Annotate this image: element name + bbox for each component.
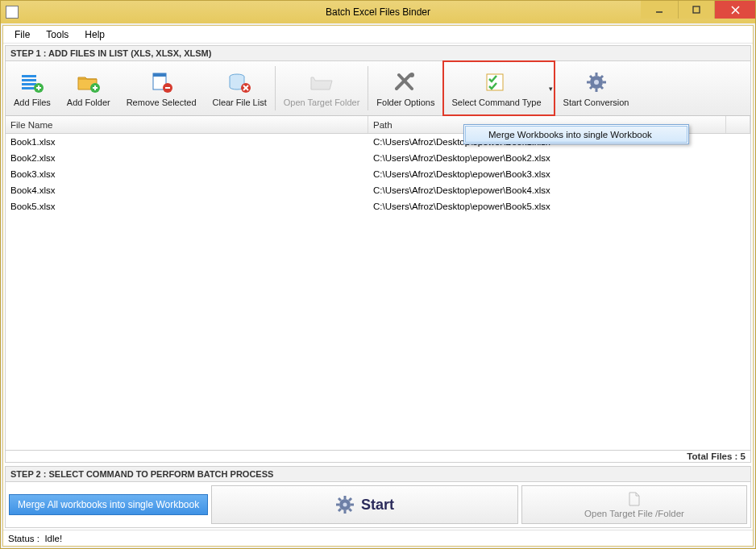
checklist-icon <box>483 70 510 94</box>
titlebar: Batch Excel Files Binder <box>1 1 755 23</box>
svg-rect-1 <box>693 6 700 13</box>
add-folder-button[interactable]: Add Folder <box>59 61 118 115</box>
minimize-icon <box>655 6 663 14</box>
window-controls <box>641 1 755 19</box>
folder-add-icon <box>75 70 102 94</box>
svg-rect-4 <box>22 75 36 77</box>
svg-point-35 <box>594 80 599 85</box>
status-value: Idle! <box>44 534 62 543</box>
cell-path: C:\Users\Afroz\Desktop\epower\Book2.xlsx <box>368 153 750 163</box>
total-files-label: Total Files : 5 <box>6 450 750 462</box>
client-area: File Tools Help STEP 1 : ADD FILES IN LI… <box>2 25 754 547</box>
start-button-label: Start <box>361 497 394 514</box>
svg-line-42 <box>349 509 351 511</box>
minimize-button[interactable] <box>641 1 678 19</box>
cell-filename: Book2.xlsx <box>6 153 368 163</box>
document-icon <box>626 491 642 507</box>
open-target-file-folder-label: Open Target File /Folder <box>584 509 684 518</box>
open-target-folder-button[interactable]: Open Target Folder <box>276 61 368 115</box>
svg-rect-15 <box>153 73 166 77</box>
svg-line-34 <box>590 86 592 89</box>
remove-selected-button[interactable]: Remove Selected <box>118 61 205 115</box>
close-button[interactable] <box>715 1 755 19</box>
add-files-button[interactable]: Add Files <box>6 61 59 115</box>
svg-point-24 <box>409 73 414 77</box>
start-button[interactable]: Start <box>211 485 518 524</box>
table-row[interactable]: Book2.xlsx C:\Users\Afroz\Desktop\epower… <box>6 150 750 166</box>
database-clear-icon <box>226 70 253 94</box>
table-row[interactable]: Book3.xlsx C:\Users\Afroz\Desktop\epower… <box>6 166 750 182</box>
svg-line-44 <box>339 509 341 511</box>
svg-point-45 <box>343 503 347 507</box>
folder-options-label: Folder Options <box>376 98 434 107</box>
app-window: Batch Excel Files Binder File Tools Help… <box>0 0 756 549</box>
file-remove-icon <box>147 70 175 94</box>
cell-filename: Book5.xlsx <box>6 202 368 211</box>
cell-path: C:\Users\Afroz\Desktop\epower\Book3.xlsx <box>368 169 750 179</box>
grid-body: Book1.xlsx C:\Users\Afroz\Desktop\epower… <box>6 134 750 214</box>
dropdown-arrow-icon: ▾ <box>549 85 553 93</box>
gear-icon <box>335 495 355 514</box>
svg-rect-6 <box>22 83 36 85</box>
menu-help[interactable]: Help <box>78 27 111 42</box>
dropdown-item-merge-workbooks[interactable]: Merge Workbooks into single Workbook <box>465 126 687 143</box>
cell-filename: Book3.xlsx <box>6 169 368 179</box>
open-target-folder-label: Open Target Folder <box>284 98 360 107</box>
add-files-label: Add Files <box>14 98 51 107</box>
step2-body: Merge All workbooks into single Workbook… <box>6 482 750 527</box>
menubar: File Tools Help <box>3 26 753 44</box>
step2-group: STEP 2 : SELECT COMMAND TO PERFORM BATCH… <box>5 466 751 528</box>
folder-open-icon <box>308 70 335 94</box>
statusbar: Status : Idle! <box>3 530 753 546</box>
open-target-file-folder-button[interactable]: Open Target File /Folder <box>521 485 747 524</box>
clear-file-list-button[interactable]: Clear File List <box>205 61 275 115</box>
cell-filename: Book1.xlsx <box>6 137 368 147</box>
command-type-dropdown: Merge Workbooks into single Workbook <box>463 124 689 144</box>
add-folder-label: Add Folder <box>67 98 110 107</box>
remove-selected-label: Remove Selected <box>127 98 197 107</box>
step1-group: STEP 1 : ADD FILES IN LIST (XLS, XLSX, X… <box>5 45 751 463</box>
toolbar: Add Files Add Folder <box>6 61 750 116</box>
close-icon <box>731 6 740 15</box>
file-add-icon <box>19 70 46 94</box>
select-command-type-label: Select Command Type <box>451 98 541 107</box>
status-label: Status : <box>8 534 39 543</box>
clear-file-list-label: Clear File List <box>213 98 267 107</box>
selected-command-label[interactable]: Merge All workbooks into single Workbook <box>9 494 208 515</box>
maximize-button[interactable] <box>678 1 715 19</box>
col-header-filename[interactable]: File Name <box>6 116 368 133</box>
svg-line-31 <box>590 76 592 78</box>
svg-line-33 <box>600 76 603 78</box>
menu-file[interactable]: File <box>8 27 36 42</box>
table-row[interactable]: Book4.xlsx C:\Users\Afroz\Desktop\epower… <box>6 182 750 198</box>
step2-header: STEP 2 : SELECT COMMAND TO PERFORM BATCH… <box>6 467 750 482</box>
folder-options-button[interactable]: Folder Options <box>368 61 442 115</box>
gear-icon <box>583 70 610 94</box>
start-conversion-button[interactable]: Start Conversion <box>555 61 638 115</box>
svg-rect-5 <box>22 79 36 81</box>
svg-line-32 <box>600 86 603 89</box>
maximize-icon <box>692 6 700 14</box>
cell-path: C:\Users\Afroz\Desktop\epower\Book4.xlsx <box>368 185 750 195</box>
tools-icon <box>392 70 419 94</box>
cell-filename: Book4.xlsx <box>6 185 368 195</box>
step1-header: STEP 1 : ADD FILES IN LIST (XLS, XLSX, X… <box>6 46 750 61</box>
col-header-tail <box>726 116 750 133</box>
menu-tools[interactable]: Tools <box>39 27 75 42</box>
start-conversion-label: Start Conversion <box>563 98 629 107</box>
table-row[interactable]: Book5.xlsx C:\Users\Afroz\Desktop\epower… <box>6 198 750 214</box>
svg-line-43 <box>349 498 351 501</box>
file-grid[interactable]: Book1.xlsx C:\Users\Afroz\Desktop\epower… <box>6 134 750 450</box>
cell-path: C:\Users\Afroz\Desktop\epower\Book5.xlsx <box>368 202 750 211</box>
svg-line-41 <box>339 498 341 501</box>
select-command-type-button[interactable]: Select Command Type ▾ <box>443 61 554 115</box>
